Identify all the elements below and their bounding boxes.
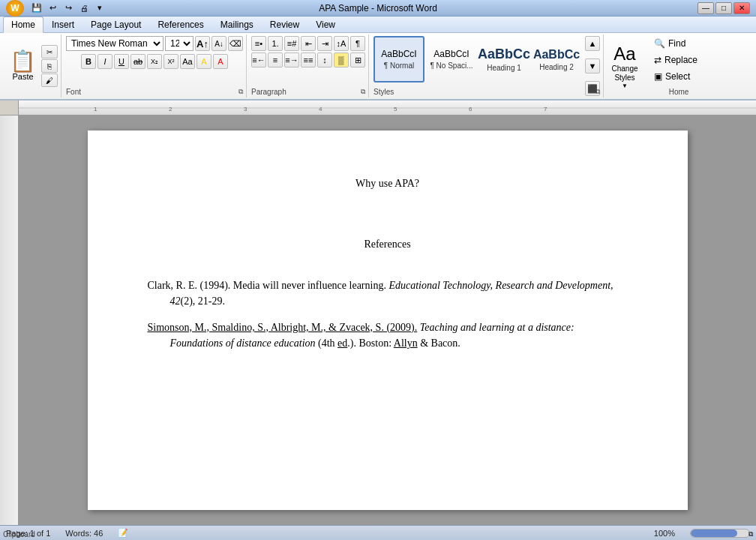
tab-home[interactable]: Home — [3, 16, 44, 33]
bold-btn[interactable]: B — [81, 54, 96, 69]
clear-format-btn[interactable]: ⌫ — [228, 36, 243, 51]
replace-icon: ⇄ — [654, 55, 662, 65]
find-button[interactable]: 🔍 Find — [649, 36, 709, 51]
style-normal-btn[interactable]: AaBbCcI ¶ Normal — [374, 36, 424, 82]
paste-label: Paste — [12, 72, 33, 81]
tab-review[interactable]: Review — [262, 16, 308, 32]
change-case-btn[interactable]: Aa — [180, 54, 195, 69]
more-btn[interactable]: ▾ — [93, 2, 106, 15]
paragraph-group-label: Paragraph ⧉ — [251, 86, 365, 96]
show-marks-btn[interactable]: ¶ — [350, 36, 365, 51]
ribbon-tabs: Home Insert Page Layout References Maili… — [0, 16, 756, 33]
tab-view[interactable]: View — [308, 16, 344, 32]
subscript-btn[interactable]: X₂ — [147, 54, 162, 69]
line-spacing-btn[interactable]: ↕ — [317, 52, 332, 68]
minimize-btn[interactable]: — — [698, 2, 714, 14]
ruler-area: 1 2 3 4 5 6 7 — [0, 100, 756, 116]
paragraph-expand[interactable]: ⧉ — [361, 88, 365, 96]
reference-1: Clark, R. E. (1994). Media will never in… — [170, 278, 628, 309]
font-size-select[interactable]: 12 — [165, 36, 194, 51]
clipboard-label: Clipboard — [3, 530, 35, 538]
paste-button[interactable]: 📋 Paste — [6, 49, 40, 83]
close-btn[interactable]: ✕ — [734, 2, 750, 14]
multilevel-btn[interactable]: ≡# — [284, 36, 299, 51]
borders-btn[interactable]: ⊞ — [350, 52, 365, 68]
ref2-allyn: Allyn — [394, 338, 418, 349]
strikethrough-btn[interactable]: ab — [130, 54, 146, 69]
tab-page-layout[interactable]: Page Layout — [82, 16, 149, 32]
font-row1: Times New Roman 12 A↑ A↓ ⌫ — [66, 36, 243, 51]
svg-text:1: 1 — [94, 106, 98, 112]
text-highlight-btn[interactable]: A — [196, 54, 212, 69]
tab-mailings[interactable]: Mailings — [212, 16, 262, 32]
superscript-btn[interactable]: X² — [164, 54, 178, 69]
align-right-btn[interactable]: ≡→ — [284, 52, 299, 68]
h1-preview: AaBbCc — [478, 46, 530, 63]
title-bar: W 💾 ↩ ↪ 🖨 ▾ APA Sample - Microsoft Word … — [0, 0, 756, 16]
select-label: Select — [665, 71, 690, 82]
italic-btn[interactable]: I — [98, 54, 112, 69]
save-quick-btn[interactable]: 💾 — [30, 2, 44, 15]
shrink-font-btn[interactable]: A↓ — [212, 36, 226, 51]
font-expand[interactable]: ⧉ — [238, 88, 243, 96]
font-group: Times New Roman 12 A↑ A↓ ⌫ B I U ab X₂ X… — [63, 34, 247, 98]
underline-btn[interactable]: U — [114, 54, 129, 69]
document-title: Why use APA? — [148, 176, 628, 191]
select-icon: ▣ — [654, 71, 662, 82]
font-family-select[interactable]: Times New Roman — [66, 36, 164, 51]
paragraph-row1: ≡• 1. ≡# ⇤ ⇥ ↕A ¶ — [251, 36, 365, 51]
shading-btn[interactable]: ▒ — [334, 52, 349, 68]
font-group-label: Font ⧉ — [66, 86, 243, 96]
numbering-btn[interactable]: 1. — [268, 36, 283, 51]
svg-text:6: 6 — [469, 106, 472, 112]
undo-btn[interactable]: ↩ — [46, 2, 59, 15]
paragraph-row2: ≡← ≡ ≡→ ≡≡ ↕ ▒ ⊞ — [251, 52, 365, 68]
styles-scroll-up[interactable]: ▲ — [585, 36, 600, 51]
cut-button[interactable]: ✂ — [41, 45, 58, 58]
style-h1-btn[interactable]: AaBbCc Heading 1 — [478, 36, 530, 82]
bullets-btn[interactable]: ≡• — [251, 36, 266, 51]
styles-group: AaBbCcI ¶ Normal AaBbCcI ¶ No Spaci... A… — [370, 34, 604, 98]
change-styles-button[interactable]: Aa ChangeStyles ▼ — [605, 34, 644, 98]
normal-label: ¶ Normal — [384, 62, 414, 70]
styles-scroll-down[interactable]: ▼ — [585, 58, 600, 74]
h2-preview: AaBbCc — [533, 47, 580, 62]
increase-indent-btn[interactable]: ⇥ — [317, 36, 332, 51]
paste-icon: 📋 — [10, 51, 36, 72]
styles-expand[interactable]: ⧉ — [596, 88, 600, 96]
decrease-indent-btn[interactable]: ⇤ — [301, 36, 316, 51]
change-styles-arrow: ▼ — [622, 82, 628, 89]
format-painter-button[interactable]: 🖌 — [41, 74, 58, 87]
clipboard-expand[interactable]: ⧉ — [748, 530, 753, 538]
align-left-btn[interactable]: ≡← — [251, 52, 266, 68]
spacer — [148, 214, 628, 236]
paragraph-group: ≡• 1. ≡# ⇤ ⇥ ↕A ¶ ≡← ≡ ≡→ ≡≡ ↕ ▒ ⊞ — [248, 34, 369, 98]
ref2-authors: Simonson, M., Smaldino, S., Albright, M.… — [148, 322, 418, 333]
find-icon: 🔍 — [654, 38, 665, 49]
office-button[interactable]: W — [6, 0, 24, 16]
style-nospace-btn[interactable]: AaBbCcI ¶ No Spaci... — [426, 36, 477, 82]
ruler-corner — [0, 100, 19, 116]
style-h2-btn[interactable]: AaBbCc Heading 2 — [531, 36, 582, 82]
font-color-btn[interactable]: A — [213, 54, 228, 69]
restore-btn[interactable]: □ — [716, 2, 732, 14]
title-bar-left: W 💾 ↩ ↪ 🖨 ▾ — [6, 0, 106, 16]
spacer2 — [148, 267, 628, 278]
replace-button[interactable]: ⇄ Replace — [649, 52, 709, 68]
sort-btn[interactable]: ↕A — [334, 36, 349, 51]
tab-references[interactable]: References — [149, 16, 212, 32]
undo-arrow-btn[interactable]: ↪ — [62, 2, 75, 15]
tab-insert[interactable]: Insert — [44, 16, 82, 32]
svg-text:4: 4 — [319, 106, 322, 112]
select-button[interactable]: ▣ Select — [649, 69, 709, 84]
reference-2: Simonson, M., Smaldino, S., Albright, M.… — [170, 320, 628, 351]
print-btn[interactable]: 🖨 — [77, 2, 91, 15]
h1-label: Heading 1 — [487, 64, 521, 72]
document-page[interactable]: Why use APA? References Clark, R. E. (19… — [88, 130, 688, 510]
grow-font-btn[interactable]: A↑ — [195, 36, 210, 51]
document-scroll[interactable]: Why use APA? References Clark, R. E. (19… — [19, 116, 756, 525]
references-heading: References — [148, 236, 628, 252]
copy-button[interactable]: ⎘ — [41, 59, 58, 73]
align-center-btn[interactable]: ≡ — [268, 52, 283, 68]
justify-btn[interactable]: ≡≡ — [301, 52, 316, 68]
